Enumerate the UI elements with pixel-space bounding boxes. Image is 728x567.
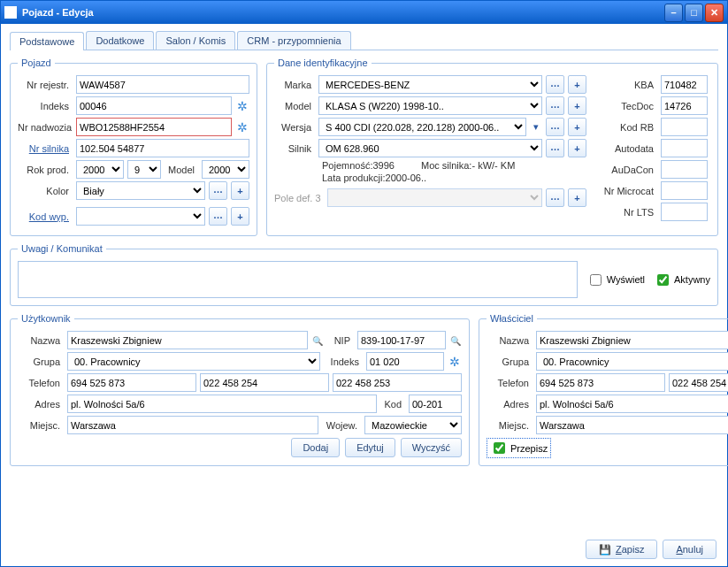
- kod-wyp-label[interactable]: Kod wyp.: [18, 211, 73, 222]
- user-tel3-input[interactable]: [333, 373, 462, 392]
- marka-add-button[interactable]: [568, 75, 586, 94]
- aktywny-checkbox[interactable]: Aktywny: [654, 272, 710, 288]
- model-select[interactable]: KLASA S (W220) 1998-10..: [318, 96, 542, 115]
- ident-legend: Dane identyfikacyjne: [274, 57, 372, 68]
- audacon-label: AuDaCon: [594, 165, 657, 175]
- marka-select[interactable]: MERCEDES-BENZ: [318, 75, 542, 94]
- kod-wyp-select[interactable]: [76, 207, 205, 226]
- kodrb-input[interactable]: [661, 118, 708, 136]
- pojemnosc-value: 3996: [372, 160, 394, 171]
- indeks-input[interactable]: [76, 96, 232, 115]
- kod-wyp-add-button[interactable]: [231, 207, 249, 226]
- user-kod-input[interactable]: [409, 395, 462, 413]
- anuluj-button[interactable]: Anuluj: [663, 540, 717, 559]
- owner-legend: Właściciel: [487, 313, 537, 324]
- kba-label: KBA: [594, 80, 657, 90]
- user-grupa-label: Grupa: [18, 356, 64, 367]
- owner-grupa-select[interactable]: 00. Pracownicy: [536, 352, 728, 371]
- model-label: Model: [274, 101, 315, 111]
- owner-tel2-input[interactable]: [669, 373, 728, 392]
- model-year-select[interactable]: 2000: [202, 160, 249, 179]
- kolor-select[interactable]: Biały: [76, 181, 205, 200]
- user-edytuj-button[interactable]: Edytuj: [345, 438, 395, 457]
- wyswietl-checkbox[interactable]: Wyświetl: [586, 272, 645, 288]
- user-adres-input[interactable]: [67, 395, 377, 413]
- owner-nazwa-input[interactable]: [536, 331, 728, 349]
- user-tel2-input[interactable]: [200, 373, 329, 392]
- tecdoc-label: TecDoc: [594, 101, 657, 111]
- model-lookup-button[interactable]: [546, 96, 564, 115]
- silnik-lookup-button[interactable]: [546, 139, 564, 157]
- search-icon[interactable]: [449, 334, 462, 347]
- minimize-button[interactable]: –: [664, 4, 683, 22]
- uwagi-legend: Uwagi / Komunikat: [18, 243, 106, 254]
- nr-silnika-input[interactable]: [76, 139, 249, 157]
- nr-silnika-label[interactable]: Nr silnika: [18, 143, 73, 154]
- poledef3-add-button[interactable]: [568, 188, 586, 207]
- indeks-label: Indeks: [18, 101, 73, 111]
- marka-lookup-button[interactable]: [546, 75, 564, 94]
- user-tel1-input[interactable]: [67, 373, 196, 392]
- silnik-select[interactable]: OM 628.960: [318, 139, 542, 157]
- autodata-label: Autodata: [594, 143, 657, 154]
- tecdoc-input[interactable]: [661, 96, 708, 115]
- microcat-input[interactable]: [661, 181, 708, 200]
- rok-prod-label: Rok prod.: [18, 165, 73, 175]
- owner-miejsc-input[interactable]: [536, 416, 728, 434]
- owner-miejsc-label: Miejsc.: [487, 420, 533, 431]
- tab-crm[interactable]: CRM - przypomnienia: [237, 31, 350, 50]
- user-grupa-select[interactable]: 00. Pracownicy: [67, 352, 320, 371]
- maximize-button[interactable]: □: [685, 4, 703, 22]
- user-wojew-select[interactable]: Mazowieckie: [364, 416, 462, 434]
- kolor-add-button[interactable]: [231, 181, 249, 200]
- wersja-add-button[interactable]: [568, 118, 586, 136]
- gear-icon[interactable]: [235, 120, 249, 134]
- kolor-lookup-button[interactable]: [209, 181, 227, 200]
- wersja-lookup-button[interactable]: [546, 118, 564, 136]
- owner-tel1-input[interactable]: [536, 373, 665, 392]
- audacon-input[interactable]: [661, 160, 708, 179]
- przepisz-checkbox[interactable]: Przepisz: [487, 438, 551, 458]
- owner-nazwa-label: Nazwa: [487, 335, 533, 346]
- nr-rejestr-input[interactable]: [76, 75, 249, 94]
- nr-nadwozia-label: Nr nadwozia: [18, 122, 73, 133]
- user-nazwa-input[interactable]: [67, 331, 308, 349]
- zapisz-button[interactable]: 💾 Zapisz: [586, 540, 657, 559]
- owner-adres-input[interactable]: [536, 395, 728, 413]
- uwagi-group: Uwagi / Komunikat Wyświetl Aktywny: [10, 243, 718, 306]
- user-telefon-label: Telefon: [18, 378, 64, 388]
- poledef3-label: Pole def. 3: [274, 193, 324, 203]
- rok-prod-month-select[interactable]: 9: [127, 160, 161, 179]
- user-indeks-input[interactable]: [366, 352, 444, 371]
- silnik-label: Silnik: [274, 143, 315, 154]
- user-dodaj-button[interactable]: Dodaj: [291, 438, 340, 457]
- user-nip-input[interactable]: [357, 331, 446, 349]
- nr-rejestr-label: Nr rejestr.: [18, 80, 73, 90]
- poledef3-lookup-button[interactable]: [546, 188, 564, 207]
- kod-wyp-lookup-button[interactable]: [209, 207, 227, 226]
- gear-icon[interactable]: [235, 99, 249, 113]
- user-wyczysc-button[interactable]: Wyczyść: [401, 438, 462, 457]
- wersja-dropdown-icon[interactable]: ▾: [530, 121, 542, 133]
- nr-nadwozia-input[interactable]: [76, 118, 232, 136]
- kba-input[interactable]: [661, 75, 708, 94]
- kolor-label: Kolor: [18, 186, 73, 196]
- tab-podstawowe[interactable]: Podstawowe: [10, 32, 84, 50]
- rok-prod-select[interactable]: 2000: [76, 160, 124, 179]
- owner-telefon-label: Telefon: [487, 378, 533, 388]
- autodata-input[interactable]: [661, 139, 708, 157]
- close-button[interactable]: ✕: [705, 4, 724, 22]
- owner-grupa-label: Grupa: [487, 356, 533, 367]
- user-miejsc-input[interactable]: [67, 416, 318, 434]
- microcat-label: Nr Microcat: [594, 186, 657, 196]
- uwagi-textarea[interactable]: [18, 261, 578, 298]
- model-add-button[interactable]: [568, 96, 586, 115]
- search-icon[interactable]: [311, 334, 324, 347]
- wersja-select[interactable]: S 400 CDI (220.028, 220.128) 2000-06..: [318, 118, 526, 136]
- user-indeks-label: Indeks: [324, 356, 363, 367]
- tab-dodatkowe[interactable]: Dodatkowe: [86, 31, 154, 50]
- gear-icon[interactable]: [448, 355, 462, 369]
- silnik-add-button[interactable]: [568, 139, 586, 157]
- tab-salon-komis[interactable]: Salon / Komis: [156, 31, 235, 50]
- lts-input[interactable]: [661, 203, 708, 221]
